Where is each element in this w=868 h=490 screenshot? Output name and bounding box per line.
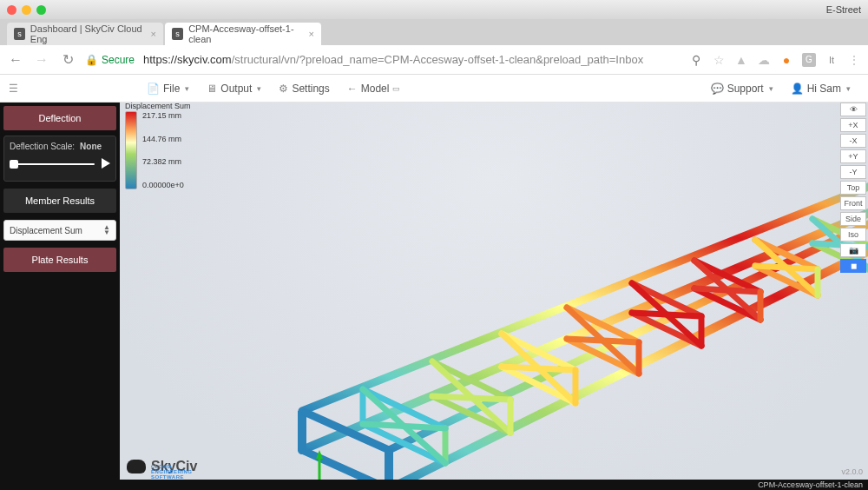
view-front[interactable]: Front — [840, 196, 866, 210]
view-minus-y[interactable]: -Y — [840, 165, 866, 179]
legend-tick: 144.76 mm — [142, 135, 184, 143]
zoom-window-icon[interactable] — [36, 5, 46, 15]
legend-tick: 0.00000e+0 — [142, 181, 184, 189]
star-icon[interactable]: ☆ — [712, 53, 726, 67]
user-label: Hi Sam — [807, 83, 841, 95]
forward-button[interactable]: → — [33, 52, 50, 68]
secure-badge: 🔒 Secure — [85, 54, 135, 66]
legend-bar — [125, 111, 137, 189]
camera-icon: 📷 — [849, 246, 858, 255]
view-buttons-column: 👁 +X -X +Y -Y Top Front Side Iso 📷 ◼ — [840, 103, 868, 273]
macos-titlebar: E-Street — [0, 0, 868, 19]
render-mode-button[interactable]: ◼ — [840, 259, 866, 273]
gear-icon: ⚙ — [279, 83, 288, 95]
view-iso[interactable]: Iso — [840, 228, 866, 242]
url-host: https://skyciv.com — [143, 53, 232, 66]
select-arrows-icon: ▲▼ — [103, 225, 110, 235]
visibility-button[interactable]: 👁 — [840, 103, 866, 116]
back-button[interactable]: ← — [7, 52, 24, 68]
settings-menu[interactable]: ⚙Settings — [270, 83, 338, 95]
select-value: Displacement Sum — [10, 226, 82, 235]
close-icon[interactable]: × — [309, 29, 314, 39]
grammarly-icon[interactable]: G — [802, 53, 816, 67]
profile-label[interactable]: It — [825, 55, 838, 65]
chat-icon: 💬 — [711, 83, 724, 95]
axis-gizmo — [302, 450, 372, 480]
view-minus-x[interactable]: -X — [840, 134, 866, 148]
scale-label: Deflection Scale: — [10, 142, 75, 151]
model-icon: ▭ — [392, 84, 400, 93]
output-menu[interactable]: 🖥Output▾ — [198, 83, 270, 95]
url-path: /structural/vn/?preload_name=CPM-Acceswa… — [232, 53, 644, 66]
logo-tagline: CLOUD ENGINEERING SOFTWARE — [151, 464, 197, 480]
skyciv-logo: SkyCiv CLOUD ENGINEERING SOFTWARE — [127, 459, 197, 474]
monitor-icon: 🖥 — [207, 83, 217, 95]
slider-thumb[interactable] — [10, 160, 18, 169]
model-label: Model — [361, 83, 390, 95]
browser-tabs-strip: s Dashboard | SkyCiv Cloud Eng × s CPM-A… — [0, 19, 868, 45]
user-icon: 👤 — [791, 83, 804, 95]
cube-icon: ◼ — [851, 262, 857, 270]
support-label: Support — [727, 83, 764, 95]
chevron-down-icon: ▾ — [769, 84, 773, 93]
view-top[interactable]: Top — [840, 181, 866, 195]
version-label: v2.0.0 — [841, 467, 863, 476]
browser-tab-active[interactable]: s CPM-Accesway-offset-1-clean × — [165, 23, 321, 45]
minimize-window-icon[interactable] — [22, 5, 31, 15]
file-label: File — [163, 83, 180, 95]
browser-tab-dashboard[interactable]: s Dashboard | SkyCiv Cloud Eng × — [7, 23, 163, 45]
play-icon[interactable] — [102, 158, 110, 169]
extension-icon[interactable]: ▲ — [734, 53, 748, 67]
chevron-down-icon: ▾ — [846, 84, 851, 93]
cloud-icon[interactable]: ☁ — [757, 53, 771, 67]
status-footer: CPM-Accesway-offset-1-clean — [0, 480, 868, 490]
file-menu[interactable]: 📄File▾ — [138, 83, 198, 95]
model-menu[interactable]: ←Model▭ — [339, 83, 410, 95]
member-results-button[interactable]: Member Results — [3, 189, 116, 213]
slider-track-line — [11, 163, 95, 165]
favicon-icon: s — [14, 28, 25, 40]
url-field[interactable]: https://skyciv.com/structural/vn/?preloa… — [143, 53, 643, 66]
screenshot-button[interactable]: 📷 — [840, 243, 866, 257]
legend-ticks: 217.15 mm 144.76 mm 72.382 mm 0.00000e+0 — [142, 111, 184, 189]
main-area: Deflection Deflection Scale: None Member… — [0, 103, 868, 480]
close-window-icon[interactable] — [7, 5, 16, 15]
viewport-canvas[interactable]: Displacement Sum 217.15 mm 144.76 mm 72.… — [120, 103, 868, 480]
browser-address-bar: ← → ↻ 🔒 Secure https://skyciv.com/struct… — [0, 45, 868, 75]
reload-button[interactable]: ↻ — [59, 51, 76, 68]
chevron-down-icon: ▾ — [185, 84, 189, 93]
view-plus-y[interactable]: +Y — [840, 149, 866, 163]
favicon-icon: s — [172, 28, 183, 40]
cloud-icon — [127, 460, 146, 473]
deflection-button[interactable]: Deflection — [3, 106, 116, 130]
scale-slider[interactable] — [10, 156, 110, 172]
view-side[interactable]: Side — [840, 212, 866, 226]
svg-marker-56 — [316, 450, 323, 459]
view-plus-x[interactable]: +X — [840, 118, 866, 132]
truss-render — [259, 146, 868, 480]
legend-tick: 217.15 mm — [142, 111, 184, 120]
app-toolbar: ☰ 📄File▾ 🖥Output▾ ⚙Settings ←Model▭ 💬Sup… — [0, 75, 868, 103]
chevron-down-icon: ▾ — [257, 84, 261, 93]
plate-results-button[interactable]: Plate Results — [3, 248, 116, 272]
address-right-icons: ⚲ ☆ ▲ ☁ ● G It ⋮ — [689, 53, 861, 67]
hamburger-icon[interactable]: ☰ — [9, 83, 18, 95]
user-menu[interactable]: 👤Hi Sam▾ — [782, 83, 859, 95]
back-arrow-icon: ← — [347, 83, 358, 95]
traffic-lights — [7, 5, 46, 15]
postman-icon[interactable]: ● — [779, 53, 793, 67]
scale-value: None — [80, 142, 102, 151]
menu-icon[interactable]: ⋮ — [847, 53, 861, 67]
lock-icon: 🔒 — [85, 54, 98, 66]
file-icon: 📄 — [147, 83, 160, 95]
result-type-select[interactable]: Displacement Sum ▲▼ — [3, 220, 116, 241]
support-menu[interactable]: 💬Support▾ — [702, 83, 782, 95]
tab-title: CPM-Accesway-offset-1-clean — [188, 23, 308, 44]
tab-title: Dashboard | SkyCiv Cloud Eng — [30, 23, 151, 44]
close-icon[interactable]: × — [151, 29, 156, 39]
secure-label: Secure — [102, 54, 135, 66]
search-in-page-icon[interactable]: ⚲ — [689, 53, 703, 67]
legend-tick: 72.382 mm — [142, 157, 184, 166]
eye-icon: 👁 — [850, 105, 858, 114]
output-label: Output — [220, 83, 252, 95]
